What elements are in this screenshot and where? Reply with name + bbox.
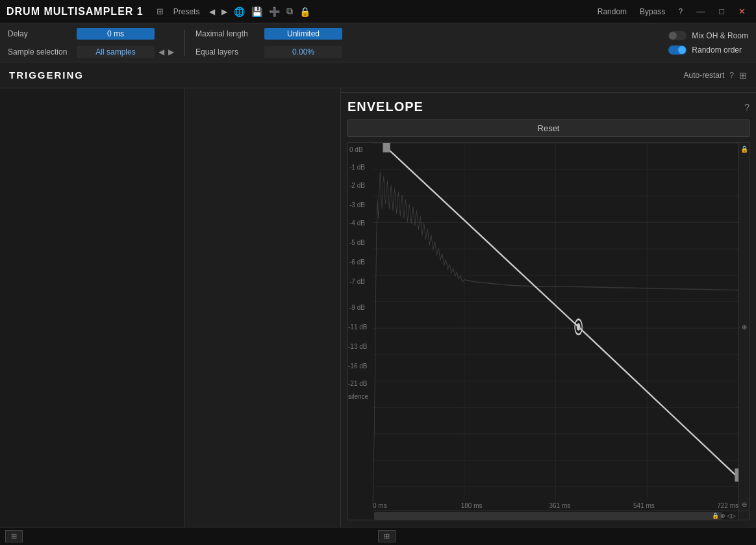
random-button[interactable]: Random: [594, 6, 630, 18]
equal-layers-label: Equal layers: [195, 47, 260, 57]
envelope-hscrollbar[interactable]: [373, 511, 738, 520]
vscroll-lock-icon[interactable]: 🔒: [740, 146, 748, 153]
db-minus7: -7 dB: [349, 278, 365, 285]
max-length-value[interactable]: Unlimited: [264, 28, 342, 40]
bypass-button[interactable]: Bypass: [636, 6, 668, 18]
auto-restart-label: Auto-restart: [684, 71, 725, 80]
db-minus13: -13 dB: [348, 343, 367, 350]
envelope-area: ENVELOPE ? Reset: [341, 93, 756, 527]
db-minus11: -11 dB: [348, 323, 367, 331]
main-area: ENVELOPE ? Reset: [0, 88, 756, 527]
max-length-label: Maximal length: [195, 29, 260, 38]
time-0ms: 0 ms: [373, 502, 387, 509]
db-minus1: -1 dB: [349, 164, 365, 171]
db-minus4: -4 dB: [349, 220, 365, 227]
equal-layers-value[interactable]: 0.00%: [264, 46, 342, 58]
hscroll-arrows-icon[interactable]: ◁▷: [727, 513, 736, 519]
sample-prev-arrow[interactable]: ◀: [158, 47, 164, 57]
hscroll-controls: 🔒 ⊕ ◁▷: [712, 513, 736, 519]
minimize-button[interactable]: —: [692, 5, 709, 18]
db-minus6: -6 dB: [349, 259, 365, 266]
db-silence: silence: [348, 393, 368, 400]
tabs-bar: [341, 88, 756, 93]
mix-oh-room-toggle[interactable]: [668, 31, 687, 40]
help-button[interactable]: ?: [675, 6, 686, 18]
globe-icon[interactable]: 🌐: [234, 6, 245, 17]
lock-icon[interactable]: 🔒: [299, 6, 310, 17]
sample-selection-value[interactable]: All samples: [77, 46, 155, 58]
bottom-bar: ⊞ ⊞: [0, 527, 756, 545]
envelope-help-icon[interactable]: ?: [744, 102, 750, 112]
hscroll-lock-icon[interactable]: 🔒: [712, 513, 719, 519]
svg-point-7: [577, 323, 581, 331]
bottom-center-button[interactable]: ⊞: [378, 530, 396, 542]
time-541ms: 541 ms: [633, 502, 655, 509]
svg-rect-8: [383, 143, 390, 153]
triggering-help-button[interactable]: ?: [729, 71, 734, 80]
right-panel: ENVELOPE ? Reset: [341, 88, 756, 527]
time-361ms: 361 ms: [549, 502, 570, 509]
grid-icon: ⊞: [157, 6, 164, 16]
db-minus3: -3 dB: [349, 201, 365, 209]
presets-button[interactable]: Presets: [170, 6, 203, 18]
controls-bar: Delay 0 ms Sample selection All samples …: [0, 23, 756, 62]
next-icon[interactable]: ▶: [221, 7, 227, 16]
vscroll-zoom-out-icon[interactable]: ⊖: [742, 501, 747, 508]
db-0: 0 dB: [349, 146, 363, 153]
time-180ms: 180 ms: [461, 502, 483, 509]
waveform-svg[interactable]: [373, 143, 738, 501]
close-button[interactable]: ✕: [735, 5, 750, 18]
random-order-label: Random order: [692, 45, 742, 55]
sample-next-arrow[interactable]: ▶: [168, 47, 174, 57]
scroll-corner: [738, 511, 749, 520]
restore-button[interactable]: □: [715, 5, 728, 18]
hscrollbar-thumb: [374, 512, 722, 520]
sample-selection-label: Sample selection: [8, 47, 73, 57]
envelope-vscrollbar: 🔒 ⊕ ⊖: [738, 143, 749, 511]
tree-panel: [0, 88, 185, 527]
bottom-left-button[interactable]: ⊞: [5, 530, 23, 542]
db-minus21: -21 dB: [348, 380, 367, 387]
delay-label: Delay: [8, 29, 73, 38]
hscroll-zoom-in-icon[interactable]: ⊕: [720, 513, 725, 519]
app-title: DRUM MULTISAMPLER 1: [6, 6, 144, 18]
random-order-toggle[interactable]: [668, 45, 687, 55]
triggering-header: TRIGGERING Auto-restart ? ⊞: [0, 62, 756, 88]
sample-panel: [185, 88, 341, 527]
db-minus16: -16 dB: [348, 362, 367, 370]
reset-button[interactable]: Reset: [347, 120, 750, 137]
triggering-grid-icon[interactable]: ⊞: [739, 70, 747, 81]
db-minus2: -2 dB: [349, 182, 365, 189]
vscroll-zoom-in-icon[interactable]: ⊕: [742, 323, 747, 331]
title-bar: DRUM MULTISAMPLER 1 ⊞ Presets ◀ ▶ 🌐 💾 ➕ …: [0, 0, 756, 23]
save-icon[interactable]: 💾: [251, 6, 262, 17]
db-minus9: -9 dB: [349, 304, 365, 311]
envelope-title: ENVELOPE: [347, 99, 423, 114]
envelope-graph[interactable]: 0 dB -1 dB -2 dB -3 dB -4 dB -5 dB -6 dB…: [347, 142, 750, 520]
delay-value[interactable]: 0 ms: [77, 28, 155, 40]
db-minus5: -5 dB: [349, 239, 365, 246]
copy-icon[interactable]: ⧉: [286, 6, 293, 17]
add-icon[interactable]: ➕: [269, 6, 280, 17]
triggering-title: TRIGGERING: [9, 70, 84, 81]
prev-icon[interactable]: ◀: [209, 7, 215, 16]
mix-oh-room-label: Mix OH & Room: [692, 31, 748, 40]
time-722ms: 722 ms: [717, 502, 738, 509]
